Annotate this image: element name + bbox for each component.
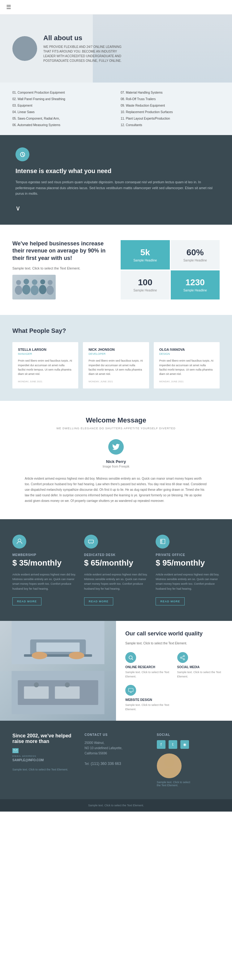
pricing-label: MEMBERSHIP [12, 553, 77, 557]
read-more-button[interactable]: READ MORE [84, 597, 113, 605]
svg-point-0 [21, 42, 29, 49]
service-item-title: ONLINE RESEARCH [125, 665, 171, 669]
svg-point-29 [183, 655, 185, 657]
welcome-section: Welcome Message WE DWELLING ELEGANCE DO … [0, 401, 232, 519]
stats-headline: We've helped businesses increase their r… [12, 240, 111, 262]
read-more-button[interactable]: READ MORE [155, 597, 185, 605]
svg-point-9 [40, 279, 45, 284]
hero-title: All about us [43, 34, 130, 42]
pricing-icon [12, 535, 26, 549]
instagram-icon[interactable]: ◉ [180, 740, 189, 749]
hero-content: All about us WE PROVIDE FLEXIBLE AND 24/… [43, 34, 130, 63]
welcome-title: Welcome Message [25, 416, 207, 424]
pricing-text: Article evident arrived express highest … [12, 572, 77, 591]
svg-rect-18 [37, 643, 80, 652]
feature-item: 06. Automated Measuring Systems [12, 123, 111, 127]
svg-rect-14 [88, 540, 94, 543]
footer-extra-text: Sample text. Click to select the Text El… [12, 768, 75, 771]
service-item-text: Sample text. Click to select the Text El… [125, 703, 171, 711]
stat-box: 1230Sample Headline [171, 270, 220, 300]
footer-col3-text: Sample text. Click to selectthe Text Ele… [157, 781, 220, 787]
testimonial-name: STELLA LARSON [18, 348, 73, 352]
read-more-button[interactable]: READ MORE [12, 597, 42, 605]
svg-rect-33 [14, 749, 17, 752]
footer-phone: (111) 360 336 663 [91, 762, 121, 766]
avatar [12, 36, 37, 61]
feature-item: 02. Wall Panel Framing and Sheathing [12, 97, 111, 101]
svg-point-13 [18, 539, 21, 542]
svg-point-7 [32, 279, 37, 285]
testimonial-role: DESIGN [159, 352, 214, 355]
service-image-2 [0, 671, 116, 721]
facebook-icon[interactable]: f [157, 740, 165, 749]
welcome-text: Article evident arrived express highest … [25, 476, 207, 504]
dark-section: Intense is exactly what you need Tempus … [0, 135, 232, 225]
footer-col-1: Since 2002, we've helped raise more than… [12, 733, 75, 787]
svg-point-34 [164, 757, 174, 767]
svg-rect-15 [160, 539, 165, 544]
email-icon [12, 748, 19, 753]
service-item: ONLINE RESEARCH Sample text. Click to se… [125, 652, 171, 679]
service-item-title: WEBSITE DESIGN [125, 698, 171, 702]
pricing-price: $ 95/monthly [155, 558, 220, 568]
hero-section: All about us WE PROVIDE FLEXIBLE AND 24/… [0, 14, 232, 83]
testimonials-section: What People Say? STELLA LARSON MANAGER P… [0, 315, 232, 401]
footer-address: 25000 Walnut, NO 10 undefined Lafayette,… [85, 740, 147, 756]
service-item-icon [125, 652, 136, 663]
svg-rect-32 [128, 688, 133, 692]
testimonial-role: MANAGER [18, 352, 73, 355]
stat-box: 100Sample Headline [121, 270, 170, 300]
twitter-social-icon[interactable]: 𝕥 [169, 740, 177, 749]
contact-title: CONTACT US [85, 733, 147, 737]
feature-item: 07. Material Handling Systems [121, 90, 220, 95]
footer-email[interactable]: SAMPLE@INFO.COM [12, 759, 75, 762]
svg-rect-24 [24, 686, 49, 699]
feature-item: 01. Component Production Equipment [12, 90, 111, 95]
pricing-card: PRIVATE OFFICE $ 95/monthly Article evid… [155, 535, 220, 605]
testimonial-text: Proin sed libero enim sed faucibus turpi… [18, 358, 73, 376]
dark-icon [16, 147, 29, 161]
testimonial-date: MONDAY, JUNE 2021 [159, 380, 214, 383]
svg-point-4 [15, 286, 22, 295]
services-images [0, 621, 116, 721]
svg-point-3 [16, 280, 21, 285]
service-item-icon [125, 685, 136, 696]
features-section: 01. Component Production Equipment07. Ma… [0, 83, 232, 135]
service-item-icon [177, 652, 188, 663]
footer-col-3: SOCIAL f 𝕥 ◉ Sample text. Click to selec… [157, 733, 220, 787]
feature-item: 10. Replacement Production Surfaces [121, 110, 220, 115]
footer-avatar [157, 754, 182, 778]
welcome-author-name: Nick Perry [25, 459, 207, 464]
hamburger-menu[interactable]: ☰ [6, 4, 11, 11]
svg-point-20 [32, 652, 47, 659]
stat-number: 100 [138, 278, 152, 287]
footer-bottom-text: Sample text. Click to select the Text El… [12, 804, 220, 807]
stats-grid: 5kSample Headline60%Sample Headline100Sa… [121, 240, 220, 299]
testimonial-name: NICK JHONSON [88, 348, 143, 352]
svg-point-6 [22, 285, 30, 294]
services-items: ONLINE RESEARCH Sample text. Click to se… [125, 652, 223, 711]
svg-point-31 [183, 659, 185, 660]
testimonials-grid: STELLA LARSON MANAGER Proin sed libero e… [12, 342, 220, 388]
testimonial-name: OLGA IVANOVA [159, 348, 214, 352]
services-content: Our call service world quality Sample te… [116, 621, 232, 721]
testimonial-card: NICK JHONSON DEVELOPER Proin sed libero … [83, 342, 149, 388]
svg-point-1 [19, 50, 30, 58]
svg-point-21 [69, 652, 85, 659]
svg-point-11 [48, 280, 53, 285]
feature-item: 05. Saws-Component, Radial Arm, [12, 116, 111, 121]
scroll-down-arrow[interactable]: ∨ [16, 204, 216, 212]
tel-label: Tel: [85, 762, 90, 765]
stat-label: Sample Headline [184, 289, 207, 292]
pricing-price: $ 65/monthly [84, 558, 148, 568]
svg-rect-25 [55, 686, 80, 699]
twitter-icon [108, 439, 124, 455]
feature-item: 04. Linear Saws [12, 110, 111, 115]
footer-raise-title: Since 2002, we've helped raise more than [12, 733, 75, 744]
welcome-subtitle: WE DWELLING ELEGANCE DO SHUTTERS APPETIT… [25, 427, 207, 430]
stat-number: 1230 [186, 278, 205, 287]
service-item-text: Sample text. Click to select the Text El… [125, 670, 171, 679]
svg-point-30 [180, 657, 182, 659]
welcome-author-sub: Image from Freepik [25, 465, 207, 468]
feature-item: 12. Consultants [121, 123, 220, 127]
